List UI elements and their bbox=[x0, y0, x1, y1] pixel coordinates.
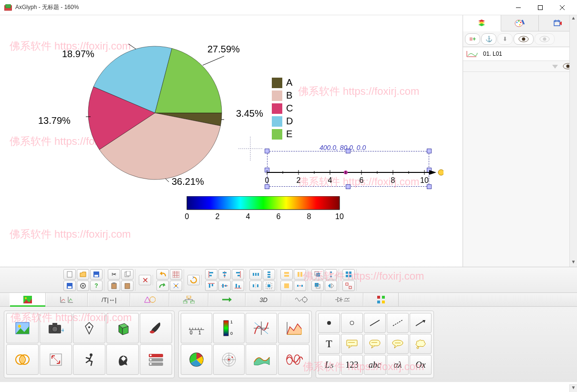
distribute-v-button[interactable] bbox=[263, 269, 275, 280]
tool-chart-list[interactable] bbox=[140, 344, 172, 375]
cat-tab-3d[interactable]: 3D bbox=[246, 293, 281, 306]
tool-text[interactable]: T bbox=[318, 334, 340, 354]
tool-surface[interactable] bbox=[246, 344, 277, 375]
tool-head-gear[interactable] bbox=[106, 344, 139, 375]
snap-button[interactable] bbox=[170, 281, 182, 291]
tool-brush[interactable] bbox=[140, 313, 172, 343]
tool-label-abc[interactable]: abc bbox=[364, 355, 386, 375]
tool-label-Ox[interactable]: Ox bbox=[410, 355, 432, 375]
tool-callout-rect[interactable] bbox=[341, 334, 363, 354]
flip-h-button[interactable] bbox=[325, 281, 337, 291]
tool-callout-round[interactable] bbox=[364, 334, 386, 354]
cat-tab-physics[interactable] bbox=[281, 293, 321, 306]
panel-tab-layers[interactable] bbox=[463, 15, 501, 31]
scroll-down-icon[interactable]: ▼ bbox=[570, 259, 577, 267]
down-arrow-icon[interactable] bbox=[551, 63, 559, 70]
tool-label-L5[interactable]: L₅ bbox=[318, 355, 340, 375]
panel-scrollbar[interactable]: ▲ ▼ bbox=[569, 15, 577, 267]
help-button[interactable]: ? bbox=[90, 281, 103, 291]
space-h-button[interactable] bbox=[294, 281, 306, 291]
paste-special-button[interactable] bbox=[121, 281, 134, 291]
paste-button[interactable] bbox=[108, 281, 120, 291]
tool-dot-filled[interactable] bbox=[318, 313, 340, 333]
grid-button[interactable] bbox=[170, 269, 182, 280]
tool-3d-cube[interactable] bbox=[106, 313, 139, 343]
group-select-button[interactable] bbox=[263, 281, 275, 291]
align-top-button[interactable] bbox=[205, 281, 217, 291]
align-center-h-button[interactable] bbox=[218, 269, 231, 280]
tool-callout-cloud[interactable] bbox=[410, 334, 432, 354]
ungroup-button[interactable] bbox=[342, 281, 355, 291]
tool-dashed-line[interactable] bbox=[387, 313, 409, 333]
tool-pen[interactable] bbox=[73, 313, 105, 343]
layer-row[interactable]: 01. L01 bbox=[463, 47, 577, 61]
tool-pie[interactable] bbox=[181, 344, 212, 375]
tool-function-plot[interactable] bbox=[246, 313, 277, 343]
tool-ruler[interactable]: 01 bbox=[181, 313, 212, 343]
redo-button[interactable] bbox=[156, 281, 169, 291]
selection-handle[interactable] bbox=[265, 149, 269, 153]
scroll-up-icon[interactable]: ▲ bbox=[570, 15, 577, 23]
cat-tab-arrow[interactable] bbox=[208, 293, 246, 306]
bring-front-button[interactable] bbox=[311, 269, 324, 280]
canvas[interactable]: 佛系软件 https://foxirj.com 佛系软件 https://fox… bbox=[0, 15, 463, 267]
cat-tab-colors[interactable] bbox=[363, 293, 399, 306]
anchor-button[interactable]: ⚓ bbox=[481, 33, 496, 45]
tool-polar[interactable] bbox=[213, 344, 245, 375]
tool-venn[interactable] bbox=[6, 344, 39, 375]
tool-camera[interactable]: + bbox=[40, 313, 72, 343]
same-height-button[interactable] bbox=[294, 269, 306, 280]
space-v-button[interactable] bbox=[325, 269, 337, 280]
layer-add-button[interactable]: ≡+ bbox=[465, 33, 480, 45]
cat-tab-shapes[interactable] bbox=[130, 293, 169, 306]
move-down-button[interactable]: ⬇ bbox=[497, 33, 513, 45]
pie-chart[interactable] bbox=[86, 44, 224, 182]
distribute-h-center-button[interactable] bbox=[249, 281, 262, 291]
cat-tab-image[interactable] bbox=[10, 293, 46, 306]
same-width-button[interactable] bbox=[280, 269, 293, 280]
copy-button[interactable] bbox=[121, 269, 134, 280]
visibility-off-button[interactable] bbox=[535, 33, 555, 45]
tool-dot-hollow[interactable] bbox=[341, 313, 363, 333]
cat-tab-axes[interactable] bbox=[46, 293, 88, 306]
save-button[interactable] bbox=[90, 269, 103, 280]
tool-run[interactable] bbox=[73, 344, 105, 375]
new-button[interactable] bbox=[63, 269, 76, 280]
align-bottom-button[interactable] bbox=[232, 281, 244, 291]
tool-label-123[interactable]: 123 bbox=[341, 355, 363, 375]
number-line-object[interactable]: 400.0, 80.0, 0.0 0 2 4 6 8 10 bbox=[267, 163, 439, 201]
undo-button[interactable] bbox=[156, 269, 169, 280]
cat-tab-circuit[interactable] bbox=[321, 293, 363, 306]
align-middle-v-button[interactable] bbox=[218, 281, 231, 291]
close-button[interactable] bbox=[551, 0, 573, 15]
cat-tab-text[interactable]: /T|↔| bbox=[88, 293, 130, 306]
save-as-button[interactable] bbox=[63, 281, 76, 291]
colorbar-object[interactable]: 024 6810 bbox=[182, 196, 349, 225]
align-right-button[interactable] bbox=[232, 269, 244, 280]
send-back-button[interactable] bbox=[311, 281, 324, 291]
rotate-button[interactable] bbox=[187, 275, 200, 285]
same-size-button[interactable] bbox=[280, 281, 293, 291]
tool-area-plot[interactable] bbox=[278, 313, 309, 343]
minimize-button[interactable] bbox=[507, 0, 529, 15]
tool-label-greek[interactable]: αλ bbox=[387, 355, 409, 375]
cat-tab-flowchart[interactable] bbox=[169, 293, 208, 306]
tool-resize[interactable] bbox=[40, 344, 72, 375]
tool-spiral[interactable] bbox=[278, 344, 309, 375]
tool-arrow-line[interactable] bbox=[410, 313, 432, 333]
group-button[interactable] bbox=[342, 269, 355, 280]
open-button[interactable] bbox=[77, 269, 89, 280]
settings-button[interactable] bbox=[77, 281, 89, 291]
tool-line[interactable] bbox=[364, 313, 386, 333]
visibility-button[interactable] bbox=[514, 33, 534, 45]
tool-colorbar-v[interactable]: 10 bbox=[213, 313, 245, 343]
panel-tab-styles[interactable] bbox=[501, 15, 539, 31]
scroll-down-corner[interactable]: ▼ bbox=[569, 384, 577, 392]
cut-button[interactable]: ✂ bbox=[108, 269, 120, 280]
tool-callout-ellipse[interactable] bbox=[387, 334, 409, 354]
align-left-button[interactable] bbox=[205, 269, 217, 280]
maximize-button[interactable] bbox=[529, 0, 551, 15]
tool-image[interactable] bbox=[6, 313, 39, 343]
selection-handle[interactable] bbox=[427, 149, 432, 153]
delete-button[interactable]: ✕ bbox=[139, 275, 151, 285]
